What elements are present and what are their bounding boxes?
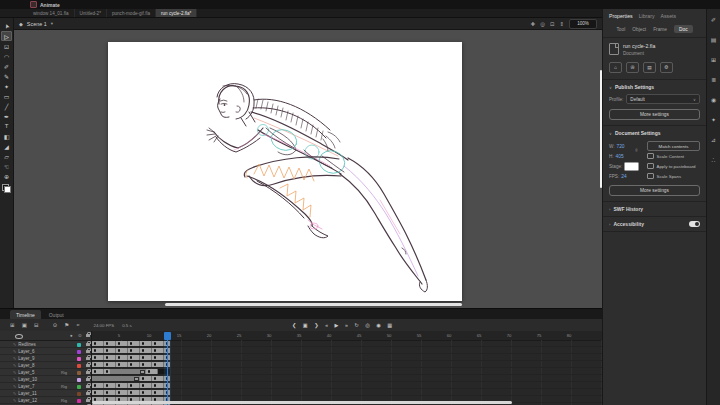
lasso-tool[interactable]: ◠ bbox=[1, 51, 12, 61]
timeline-layer-row[interactable]: ✎Layer_6 bbox=[0, 348, 91, 355]
color-panel-icon[interactable]: ◉ bbox=[711, 97, 716, 104]
mode-tab-frame[interactable]: Frame bbox=[653, 27, 667, 32]
center-stage-icon[interactable]: ⊡ bbox=[550, 21, 555, 27]
zoom-stepper-icon[interactable]: ⇕ bbox=[559, 21, 564, 27]
layer-lock-icon[interactable] bbox=[86, 357, 90, 360]
swatches-panel-icon[interactable]: ✦ bbox=[711, 117, 716, 124]
timeline-layer-row[interactable]: ✎Layer_9 bbox=[0, 355, 91, 362]
brush-panel-icon[interactable]: ✐ bbox=[711, 17, 716, 24]
edit-multiple-frames-icon[interactable]: ▦ bbox=[387, 322, 392, 328]
onion-skin-outline-icon[interactable]: ◉ bbox=[376, 322, 381, 328]
layer-lock-icon[interactable] bbox=[86, 392, 90, 395]
stage-canvas[interactable] bbox=[108, 42, 462, 301]
settings-wrench-icon[interactable]: ✇ bbox=[626, 62, 639, 73]
profile-select[interactable]: Default ∨ bbox=[626, 94, 700, 104]
history-panel-icon[interactable]: ⊿ bbox=[711, 137, 716, 144]
doc-tab[interactable]: run cycle-2.fla* bbox=[156, 9, 197, 17]
layer-color-swatch[interactable] bbox=[77, 350, 81, 354]
fluid-brush-tool[interactable]: ✐ bbox=[1, 61, 12, 71]
layer-color-swatch[interactable] bbox=[77, 392, 81, 396]
publish-more-settings-button[interactable]: More settings bbox=[609, 109, 700, 120]
fps-value[interactable]: 24 bbox=[621, 174, 626, 179]
current-frame-icon[interactable]: ▣ bbox=[303, 322, 308, 328]
align-panel-icon[interactable]: ⊞ bbox=[711, 57, 716, 64]
layer-lock-icon[interactable] bbox=[86, 385, 90, 388]
mode-tab-tool[interactable]: Tool bbox=[616, 27, 625, 32]
onion-skin-icon[interactable]: ◎ bbox=[365, 322, 370, 328]
shape-tool[interactable]: ✦ bbox=[1, 81, 12, 91]
scene-name[interactable]: Scene 1 bbox=[27, 21, 47, 27]
fill-color-swatch[interactable] bbox=[4, 186, 11, 193]
timeline-layer-row[interactable]: ✎Layer_5Rig bbox=[0, 369, 91, 376]
pasteboard[interactable] bbox=[14, 30, 602, 308]
chevron-down-icon[interactable]: ▾ bbox=[51, 21, 53, 26]
mode-tab-doc[interactable]: Doc bbox=[674, 25, 693, 33]
layer-lock-icon[interactable] bbox=[86, 343, 90, 346]
document-settings-header[interactable]: ∨ Document Settings bbox=[603, 126, 706, 139]
advanced-gear-icon[interactable]: ⚙ bbox=[660, 62, 673, 73]
edit-scene-icon[interactable]: ◆ bbox=[19, 21, 23, 27]
pasteboard-icon[interactable]: ▤ bbox=[643, 62, 656, 73]
tween-span[interactable] bbox=[110, 369, 146, 375]
panel-tab-properties[interactable]: Properties bbox=[609, 13, 633, 19]
layer-color-swatch[interactable] bbox=[77, 399, 81, 403]
frame-span[interactable] bbox=[92, 376, 140, 382]
step-forward-icon[interactable]: ❯ bbox=[314, 322, 318, 328]
stage-color-swatch[interactable] bbox=[624, 162, 639, 171]
accessibility-toggle[interactable] bbox=[689, 221, 700, 227]
timeline-layer-row[interactable]: ✎Redlines bbox=[0, 341, 91, 348]
checkbox-scale-content[interactable] bbox=[647, 153, 654, 160]
swf-history-header[interactable]: › SWF History bbox=[603, 202, 706, 217]
document-more-settings-button[interactable]: More settings bbox=[609, 185, 700, 196]
stage-horizontal-scrollbar[interactable] bbox=[165, 303, 462, 306]
eyedropper-tool[interactable]: ◢ bbox=[1, 141, 12, 151]
layer-lock-icon[interactable] bbox=[86, 350, 90, 353]
go-to-first-frame-icon[interactable]: « bbox=[325, 322, 328, 328]
playhead[interactable] bbox=[164, 332, 171, 340]
line-tool[interactable]: ╱ bbox=[1, 101, 12, 111]
rectangle-tool[interactable]: ▭ bbox=[1, 91, 12, 101]
timeline-layer-row[interactable]: ✎Layer_12Rig bbox=[0, 397, 91, 404]
go-to-last-frame-icon[interactable]: » bbox=[345, 322, 348, 328]
frame-grid[interactable]: 5101520253035404550556065707580 bbox=[92, 331, 602, 405]
timeline-layer-row[interactable]: ✎Layer_8 bbox=[0, 362, 91, 369]
accessibility-header[interactable]: › Accessibility bbox=[603, 217, 706, 232]
highlight-all-icon[interactable]: ● bbox=[70, 333, 73, 338]
timeline-tab-timeline[interactable]: Timeline bbox=[10, 310, 41, 319]
layer-guides-icon[interactable]: ⚑ bbox=[64, 322, 69, 328]
publish-home-icon[interactable]: ⌂ bbox=[609, 62, 622, 73]
graph-editor-icon[interactable]: ≈ bbox=[76, 322, 79, 328]
layer-color-swatch[interactable] bbox=[77, 343, 81, 347]
zoom-tool[interactable]: ⊕ bbox=[1, 171, 12, 181]
classic-brush-tool[interactable]: ✎ bbox=[1, 71, 12, 81]
rotate-stage-icon[interactable]: ✚ bbox=[531, 21, 536, 27]
pen-tool[interactable]: ✒ bbox=[1, 111, 12, 121]
layer-lock-icon[interactable] bbox=[86, 378, 90, 381]
library-panel-icon[interactable]: ▤ bbox=[711, 37, 717, 44]
loop-icon[interactable]: ↻ bbox=[354, 322, 358, 328]
timeline-tab-output[interactable]: Output bbox=[43, 310, 70, 319]
eraser-tool[interactable]: ▱ bbox=[1, 151, 12, 161]
more-panels-icon[interactable]: ∴ bbox=[712, 157, 716, 164]
timeline-layer-row[interactable]: ✎Layer_10 bbox=[0, 376, 91, 383]
doc-tab[interactable]: punch-mode-gif.fla bbox=[107, 9, 156, 17]
match-contents-button[interactable]: Match contents bbox=[647, 141, 700, 151]
camera-icon[interactable]: ⊙ bbox=[53, 322, 58, 328]
height-value[interactable]: 405 bbox=[616, 154, 624, 159]
mode-tab-object[interactable]: Object bbox=[632, 27, 646, 32]
panel-tab-assets[interactable]: Assets bbox=[661, 13, 677, 19]
layer-color-swatch[interactable] bbox=[77, 371, 81, 375]
checkbox-apply-to-pasteboard[interactable] bbox=[647, 163, 654, 170]
publish-settings-header[interactable]: ∨ Publish Settings bbox=[603, 80, 706, 93]
zoom-level-select[interactable]: 100% bbox=[569, 19, 597, 29]
width-value[interactable]: 720 bbox=[617, 144, 625, 149]
text-tool[interactable]: T bbox=[1, 121, 12, 131]
checkbox-scale-spans[interactable] bbox=[647, 173, 654, 180]
transform-panel-icon[interactable]: ≣ bbox=[711, 77, 716, 84]
playhead-line[interactable] bbox=[167, 340, 169, 405]
layer-lock-icon[interactable] bbox=[86, 364, 90, 367]
new-layer-icon[interactable]: ⊞ bbox=[10, 322, 15, 328]
layer-color-swatch[interactable] bbox=[77, 378, 81, 382]
link-dimensions-icon[interactable]: ∞ bbox=[634, 148, 640, 152]
layer-color-swatch[interactable] bbox=[77, 385, 81, 389]
